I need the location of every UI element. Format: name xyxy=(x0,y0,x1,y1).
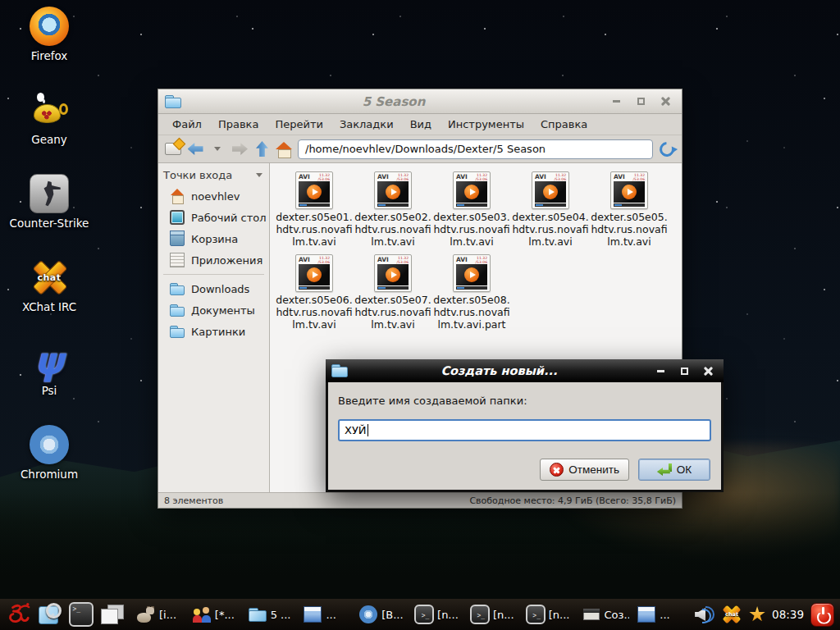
dialog-buttons: Отменить ОК xyxy=(540,459,710,481)
taskbar-window-button[interactable]: Соз... xyxy=(582,605,630,624)
home-button[interactable] xyxy=(276,139,292,160)
taskbar-window-button[interactable]: [B... xyxy=(358,605,407,624)
taskbar-window-button[interactable]: [*... xyxy=(192,605,240,624)
desktop-icon[interactable]: Firefox xyxy=(8,7,90,62)
dialog-maximize-button[interactable] xyxy=(674,363,694,378)
avi-file-icon: AVI 11.32 /53.06 xyxy=(532,171,569,209)
sidebar-place-item[interactable]: Картинки xyxy=(158,321,269,342)
menu-item[interactable]: Правка xyxy=(211,116,266,133)
task-icon-art: >_ xyxy=(419,610,430,619)
fm-menubar: ФайлПравкаПерейтиЗакладкиВидИнструментыС… xyxy=(158,114,682,135)
dialog-close-button[interactable] xyxy=(698,363,718,378)
taskbar-window-button[interactable]: ... xyxy=(637,605,685,624)
avi-icon-top: AVI 11.32 /53.06 xyxy=(614,174,645,180)
avi-file-icon: AVI 11.32 /53.06 xyxy=(295,254,333,292)
avi-progress-bar xyxy=(377,203,409,207)
avi-icon-top: AVI 11.32 /53.06 xyxy=(299,174,330,180)
history-dropdown-button[interactable] xyxy=(209,139,226,160)
up-button[interactable] xyxy=(253,139,270,160)
taskbar-window-button[interactable]: [i... xyxy=(136,605,185,624)
menu-item[interactable]: Вид xyxy=(403,116,439,133)
app-icon-art: ψ xyxy=(30,341,69,381)
close-button[interactable] xyxy=(655,94,675,109)
desktop-icon[interactable]: ψ Psi xyxy=(8,341,90,397)
file-item[interactable]: AVI 11.32 /53.06 dexter.s05e04.hdtv.rus.… xyxy=(512,171,589,248)
places-sidebar: Точки входа noevhlev Рабочий стол xyxy=(158,163,270,492)
file-manager-launcher[interactable] xyxy=(35,600,64,629)
taskbar-window-button[interactable]: >_ [n... xyxy=(526,605,574,624)
menu-item[interactable]: Перейти xyxy=(267,116,331,133)
window-list: [i... [*... 5 ... ... [B... > xyxy=(136,605,685,624)
app-icon-art xyxy=(30,7,69,46)
show-desktop-button[interactable] xyxy=(98,600,126,629)
desktop-icon[interactable]: Counter-Strike xyxy=(8,174,90,230)
xchat-tray-icon[interactable]: chat xyxy=(721,604,742,625)
power-button[interactable] xyxy=(810,603,834,627)
menu-item[interactable]: Инструменты xyxy=(441,116,532,133)
cancel-icon xyxy=(550,463,564,477)
task-icon xyxy=(248,605,267,624)
sidebar-place-item[interactable]: Корзина xyxy=(158,228,269,249)
ok-label: ОК xyxy=(677,463,692,476)
file-item[interactable]: AVI 11.32 /53.06 dexter.s05e03.hdtv.rus.… xyxy=(433,171,510,248)
desktop-icon-label: XChat IRC xyxy=(22,300,76,313)
sidebar-place-item[interactable]: Downloads xyxy=(158,278,269,299)
menu-item[interactable]: Закладки xyxy=(332,116,401,133)
file-item[interactable]: AVI 11.32 /53.06 dexter.s05e05.hdtv.rus.… xyxy=(591,171,668,248)
back-button[interactable] xyxy=(187,139,203,160)
ok-button[interactable]: ОК xyxy=(638,459,710,481)
file-item[interactable]: AVI 11.32 /53.06 dexter.s05e08.hdtv.rus.… xyxy=(433,254,510,331)
minimize-button[interactable] xyxy=(606,94,626,109)
avi-icon-top: AVI 11.32 /53.06 xyxy=(377,174,409,180)
avi-progress-bar xyxy=(299,203,330,207)
task-icon-art: >_ xyxy=(475,610,486,619)
file-item[interactable]: AVI 11.32 /53.06 dexter.s05e07.hdtv.rus.… xyxy=(354,254,431,331)
avi-progress-bar xyxy=(535,203,566,207)
desktop-icon[interactable]: Geany xyxy=(8,90,90,146)
terminal-launcher[interactable]: >_ xyxy=(66,600,95,629)
taskbar-window-button[interactable]: >_ [n... xyxy=(414,605,463,624)
fm-titlebar[interactable]: 5 Season xyxy=(158,89,682,114)
reload-button[interactable] xyxy=(659,139,675,160)
app-icon: chat xyxy=(30,258,69,297)
menu-item[interactable]: Файл xyxy=(165,116,209,133)
cancel-button[interactable]: Отменить xyxy=(540,459,629,481)
clock[interactable]: 08:39 xyxy=(772,608,804,621)
dialog-minimize-button[interactable] xyxy=(651,363,670,378)
file-item[interactable]: AVI 11.32 /53.06 dexter.s05e01.hdtv.rus.… xyxy=(276,171,353,248)
task-icon xyxy=(136,605,156,624)
dialog-titlebar[interactable]: Создать новый... xyxy=(326,359,724,382)
menu-item[interactable]: Справка xyxy=(533,116,595,133)
menu-button-om[interactable] xyxy=(4,600,33,629)
file-item[interactable]: AVI 11.32 /53.06 dexter.s05e02.hdtv.rus.… xyxy=(354,171,431,248)
file-item[interactable]: AVI 11.32 /53.06 dexter.s05e06.hdtv.rus.… xyxy=(276,254,353,331)
sidebar-place-item[interactable]: Приложения xyxy=(158,249,269,271)
volume-icon[interactable] xyxy=(695,605,714,624)
folder-name-input[interactable]: ХУЙ xyxy=(338,419,711,441)
taskbar-window-button[interactable]: 5 ... xyxy=(248,605,296,624)
places-list-bottom: Downloads Документы Картинки xyxy=(158,278,269,342)
sidebar-place-item[interactable]: noevhlev xyxy=(158,185,269,207)
forward-button[interactable] xyxy=(231,139,248,160)
status-items-count: 8 элементов xyxy=(164,495,223,506)
ok-enter-icon xyxy=(657,463,672,476)
new-tab-button[interactable] xyxy=(165,139,181,160)
place-icon xyxy=(170,324,185,339)
path-input[interactable]: /home/noevhlev/Downloads/Dexter/5 Season xyxy=(298,139,653,159)
sidebar-place-item[interactable]: Документы xyxy=(158,299,269,321)
dialog-content: Введите имя создаваемой папки: ХУЙ Отмен… xyxy=(328,382,721,490)
avi-badge: AVI xyxy=(377,257,389,263)
task-icon xyxy=(192,605,212,624)
sidebar-place-item[interactable]: Рабочий стол xyxy=(158,207,269,228)
desktop-icon[interactable]: Chromium xyxy=(8,425,90,481)
taskbar-window-button[interactable]: ... xyxy=(303,605,351,624)
taskbar-window-button[interactable]: >_ [n... xyxy=(470,605,518,624)
avi-badge: AVI xyxy=(614,174,625,180)
play-icon xyxy=(386,267,400,282)
desktop-icon[interactable]: chat XChat IRC xyxy=(8,258,90,313)
star-tray-icon[interactable] xyxy=(749,606,765,623)
task-label: [n... xyxy=(549,609,570,621)
places-header[interactable]: Точки входа xyxy=(158,166,269,185)
maximize-button[interactable] xyxy=(631,94,651,109)
task-label: [n... xyxy=(493,609,514,621)
